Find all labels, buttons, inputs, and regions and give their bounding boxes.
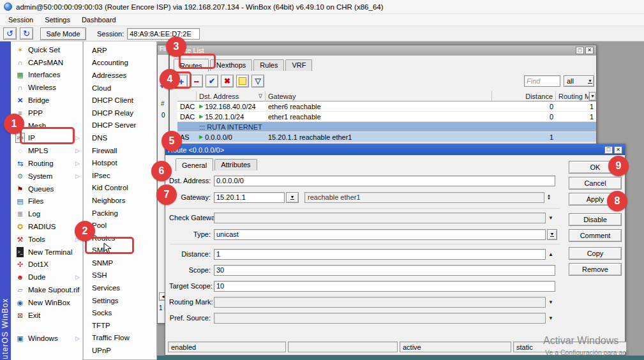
close-icon[interactable] xyxy=(614,146,622,154)
session-input[interactable] xyxy=(127,28,200,40)
sidebar-item-tools[interactable]: Tools xyxy=(11,233,82,246)
remove-route-button[interactable] xyxy=(190,75,203,87)
sidebar-item-interfaces[interactable]: Interfaces xyxy=(11,69,82,82)
enable-route-button[interactable] xyxy=(206,75,218,87)
table-row[interactable]: DAC 15.20.1.0/24 ether1 reachable 0 1 xyxy=(177,112,596,122)
tab-rules[interactable]: Rules xyxy=(253,59,284,71)
spin-up-icon[interactable] xyxy=(548,251,553,257)
tab-vrf[interactable]: VRF xyxy=(285,59,312,71)
column-gateway[interactable]: Gateway xyxy=(266,91,492,101)
target-scope-input[interactable] xyxy=(214,281,555,292)
submenu-item-packing[interactable]: Packing xyxy=(84,207,156,220)
submenu-item-dhcp-client[interactable]: DHCP Client xyxy=(84,94,156,107)
submenu-item-traffic-flow[interactable]: Traffic Flow xyxy=(84,332,156,345)
gateway-spinner[interactable] xyxy=(547,194,551,200)
gateway-input[interactable] xyxy=(214,192,285,203)
sidebar-item-new-terminal[interactable]: New Terminal xyxy=(11,246,82,259)
sidebar-item-files[interactable]: Files xyxy=(11,195,82,208)
sidebar-item-capsman[interactable]: CAPsMAN xyxy=(11,56,82,69)
tab-attributes[interactable]: Attributes xyxy=(214,159,257,170)
redo-button[interactable] xyxy=(20,27,33,40)
scope-input[interactable] xyxy=(214,265,555,276)
submenu-item-cloud[interactable]: Cloud xyxy=(84,82,156,94)
type-input[interactable] xyxy=(214,229,546,240)
comment-button[interactable] xyxy=(236,75,249,87)
table-row-comment[interactable]: ::: RUTA INTERNET xyxy=(177,122,596,132)
disable-button[interactable]: Disable xyxy=(569,213,622,226)
maximize-icon[interactable] xyxy=(604,146,613,154)
table-row-selected[interactable]: AS 0.0.0.0/0 15.20.1.1 reachable ether1 … xyxy=(177,132,596,142)
submenu-item-ssh[interactable]: SSH xyxy=(84,269,156,282)
find-input[interactable] xyxy=(524,75,560,87)
menu-settings[interactable]: Settings xyxy=(39,14,76,26)
sidebar-item-routing[interactable]: Routing xyxy=(11,157,82,170)
submenu-item-neighbors[interactable]: Neighbors xyxy=(84,194,156,207)
submenu-item-arp[interactable]: ARP xyxy=(84,44,156,57)
sidebar-item-dude[interactable]: Dude xyxy=(11,271,82,283)
submenu-item-tftp[interactable]: TFTP xyxy=(84,319,156,332)
submenu-item-dhcp-server[interactable]: DHCP Server xyxy=(84,119,156,132)
submenu-item-services[interactable]: Services xyxy=(84,281,156,294)
column-dst-address[interactable]: Dst. Address xyxy=(197,91,266,101)
filter-button[interactable] xyxy=(251,75,264,87)
sidebar-item-mpls[interactable]: MPLS xyxy=(11,144,82,157)
type-dropdown-button[interactable] xyxy=(547,229,557,240)
pref-source-dropdown[interactable] xyxy=(214,313,546,324)
system-icon xyxy=(15,172,25,181)
sidebar-item-radius[interactable]: RADIUS xyxy=(11,220,82,233)
sidebar-item-wireless[interactable]: Wireless xyxy=(11,81,82,94)
sidebar-item-dot1x[interactable]: Dot1X xyxy=(11,259,82,271)
dropdown-arrow-icon[interactable] xyxy=(548,299,553,305)
filter-scope-dropdown[interactable]: all xyxy=(564,75,594,87)
submenu-item-settings[interactable]: Settings xyxy=(84,294,156,307)
copy-button[interactable]: Copy xyxy=(569,247,622,260)
sidebar-item-log[interactable]: Log xyxy=(11,207,82,220)
sidebar-item-windows[interactable]: Windows xyxy=(11,333,82,345)
submenu-item-ipsec[interactable]: IPsec xyxy=(84,169,156,182)
sidebar-item-make-supout[interactable]: Make Supout.rif xyxy=(11,283,82,296)
dropdown-arrow-icon[interactable] xyxy=(548,215,553,221)
safe-mode-button[interactable]: Safe Mode xyxy=(40,27,86,40)
dropdown-arrow-icon[interactable] xyxy=(548,315,553,321)
routing-mark-dropdown[interactable] xyxy=(214,297,546,308)
submenu-item-dns[interactable]: DNS xyxy=(84,131,156,144)
submenu-item-dhcp-relay[interactable]: DHCP Relay xyxy=(84,107,156,119)
tab-nexthops[interactable]: Nexthops xyxy=(210,59,252,71)
check-gateway-dropdown[interactable] xyxy=(214,213,546,223)
cancel-button[interactable]: Cancel xyxy=(569,177,622,190)
column-routing-mark[interactable]: Routing Mark xyxy=(556,91,589,101)
submenu-item-snmp[interactable]: SNMP xyxy=(84,257,156,269)
sidebar-item-system[interactable]: System xyxy=(11,170,82,183)
submenu-item-socks[interactable]: Socks xyxy=(84,306,156,319)
sidebar-item-quick-set[interactable]: Quick Set xyxy=(11,43,82,56)
disable-route-button[interactable] xyxy=(221,75,234,87)
sidebar-item-queues[interactable]: Queues xyxy=(11,183,82,195)
comment-button[interactable]: Comment xyxy=(569,229,622,242)
column-flags[interactable] xyxy=(177,91,197,101)
route-list-titlebar[interactable]: Route List xyxy=(170,45,596,56)
sidebar-item-new-winbox[interactable]: New WinBox xyxy=(11,296,82,309)
bridge-icon xyxy=(15,96,25,105)
dst-address-input[interactable] xyxy=(214,176,555,186)
submenu-item-addresses[interactable]: Addresses xyxy=(84,69,156,82)
submenu-item-accounting[interactable]: Accounting xyxy=(84,57,156,70)
submenu-item-upnp[interactable]: UPnP xyxy=(84,344,156,357)
column-select-button[interactable] xyxy=(589,92,596,101)
submenu-item-kid-control[interactable]: Kid Control xyxy=(84,182,156,195)
tab-general[interactable]: General xyxy=(176,158,213,171)
route-dialog-titlebar[interactable]: Route <0.0.0.0/0> xyxy=(165,144,625,155)
gateway-dropdown-button[interactable] xyxy=(286,192,299,203)
undo-button[interactable] xyxy=(3,27,17,40)
submenu-item-hotspot[interactable]: Hotspot xyxy=(84,156,156,169)
column-distance[interactable]: Distance xyxy=(492,91,556,101)
menu-dashboard[interactable]: Dashboard xyxy=(76,14,122,26)
table-row[interactable]: DAC 192.168.40.0/24 ether6 reachable 0 1 xyxy=(177,101,596,112)
menu-session[interactable]: Session xyxy=(3,14,39,26)
maximize-icon[interactable] xyxy=(576,47,584,54)
close-icon[interactable] xyxy=(585,47,594,54)
sidebar-item-exit[interactable]: Exit xyxy=(11,309,82,322)
submenu-item-firewall[interactable]: Firewall xyxy=(84,144,156,157)
sidebar-item-bridge[interactable]: Bridge xyxy=(11,94,82,107)
remove-button[interactable]: Remove xyxy=(569,263,622,276)
distance-input[interactable] xyxy=(214,249,546,260)
